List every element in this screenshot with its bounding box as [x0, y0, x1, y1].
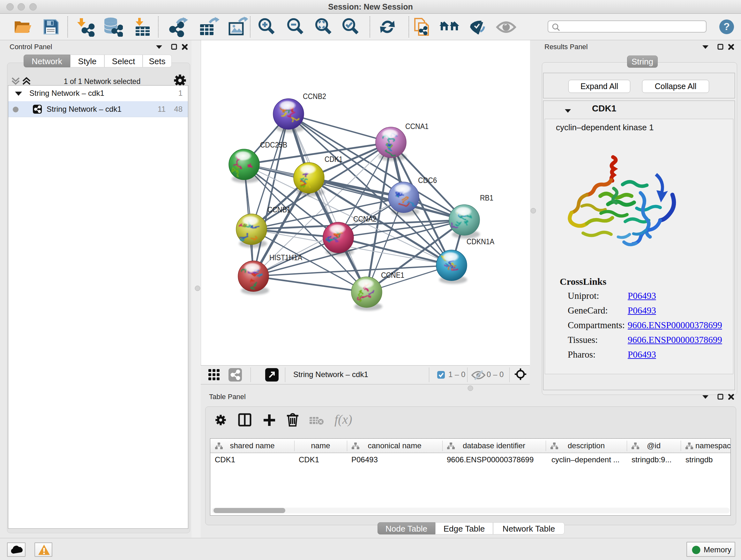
- svg-text:CDKN1A: CDKN1A: [467, 237, 494, 246]
- svg-text:CDK1: CDK1: [325, 155, 343, 164]
- svg-text:CDC6: CDC6: [418, 176, 437, 185]
- svg-text:HIST1H1A: HIST1H1A: [269, 253, 302, 262]
- svg-text:CCNE1: CCNE1: [381, 271, 404, 279]
- svg-text:CCNB1: CCNB1: [267, 205, 291, 214]
- svg-text:?: ?: [724, 21, 730, 32]
- svg-text:CDC25B: CDC25B: [260, 140, 287, 149]
- svg-text:CCNA1: CCNA1: [405, 122, 428, 131]
- svg-text:CCNB2: CCNB2: [303, 92, 326, 101]
- svg-text:RB1: RB1: [480, 193, 493, 202]
- svg-text:CCNA2: CCNA2: [353, 214, 377, 223]
